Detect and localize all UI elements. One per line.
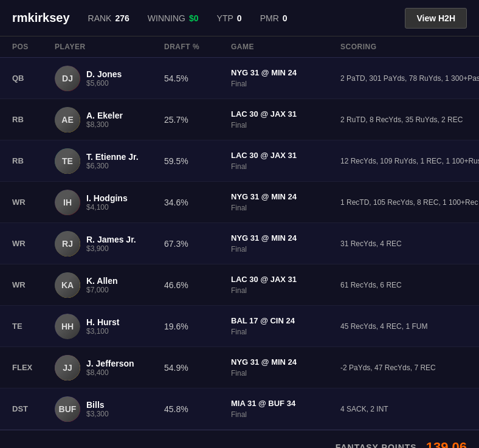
avatar: HH	[55, 314, 80, 339]
header-stats: RANK 276 WINNING $0 YTP 0 PMR 0	[88, 13, 405, 23]
table-row[interactable]: TE HH H. Hurst $3,100 19.6% BAL 17 @ CIN…	[0, 306, 479, 347]
avatar: KA	[55, 272, 80, 298]
table-row[interactable]: QB DJ D. Jones $5,600 54.5% NYG 31 @ MIN…	[0, 58, 479, 99]
player-info: A. Ekeler $8,300	[86, 111, 123, 129]
draft-pct: 25.7%	[164, 115, 231, 125]
username: rmkirksey	[12, 11, 70, 25]
game-score: NYG 31 @ MIN 24	[231, 232, 340, 244]
player-name: Bills	[86, 400, 109, 410]
draft-pct: 46.6%	[164, 280, 231, 290]
table-row[interactable]: RB AE A. Ekeler $8,300 25.7% LAC 30 @ JA…	[0, 99, 479, 140]
scoring: 2 RuTD, 8 RecYds, 35 RuYds, 2 REC	[340, 114, 479, 125]
player-info: H. Hurst $3,100	[86, 317, 119, 336]
player-info: I. Hodgins $4,100	[86, 193, 128, 212]
avatar: RJ	[55, 231, 80, 257]
game-status: Final	[231, 78, 340, 89]
col-scoring: SCORING	[340, 43, 479, 51]
col-player: PLAYER	[55, 43, 164, 51]
draft-pct: 45.8%	[164, 404, 231, 414]
avatar: BUF	[55, 396, 80, 422]
winning-value: $0	[189, 13, 199, 23]
game-score: NYG 31 @ MIN 24	[231, 67, 340, 79]
game-score: LAC 30 @ JAX 31	[231, 108, 340, 120]
footer-total: 139.06	[426, 439, 467, 448]
player-pos: TE	[12, 322, 55, 331]
player-pos: FLEX	[12, 363, 55, 372]
rank-value: 276	[115, 13, 129, 23]
player-name: H. Hurst	[86, 317, 119, 327]
table-row[interactable]: WR IH I. Hodgins $4,100 34.6% NYG 31 @ M…	[0, 182, 479, 223]
player-pos: RB	[12, 156, 55, 165]
col-game: GAME	[231, 43, 340, 51]
game-info: LAC 30 @ JAX 31 Final	[231, 108, 340, 131]
draft-pct: 54.5%	[164, 74, 231, 83]
player-pos: DST	[12, 404, 55, 413]
player-cell: HH H. Hurst $3,100	[55, 314, 164, 339]
game-info: NYG 31 @ MIN 24 Final	[231, 191, 340, 214]
player-info: K. Allen $7,000	[86, 276, 118, 294]
scoring: 12 RecYds, 109 RuYds, 1 REC, 1 100+Rush	[340, 156, 479, 167]
player-salary: $7,000	[86, 286, 118, 294]
scoring: 1 RecTD, 105 RecYds, 8 REC, 1 100+Rec	[340, 197, 479, 208]
ytp-label: YTP	[217, 13, 233, 23]
scoring: 4 SACK, 2 INT	[340, 404, 479, 415]
player-name: R. James Jr.	[86, 235, 136, 244]
player-salary: $3,900	[86, 244, 136, 253]
game-info: LAC 30 @ JAX 31 Final	[231, 274, 340, 297]
game-status: Final	[231, 326, 340, 337]
footer: FANTASY POINTS 139.06	[0, 430, 479, 448]
pmr-value: 0	[283, 13, 288, 23]
table-header: POS PLAYER DRAFT % GAME SCORING FPTS	[0, 36, 479, 58]
player-salary: $6,300	[86, 162, 139, 170]
game-status: Final	[231, 368, 340, 379]
player-pos: QB	[12, 74, 55, 83]
game-score: NYG 31 @ MIN 24	[231, 356, 340, 368]
player-name: J. Jefferson	[86, 359, 134, 368]
player-cell: KA K. Allen $7,000	[55, 272, 164, 298]
game-info: MIA 31 @ BUF 34 Final	[231, 398, 340, 421]
game-status: Final	[231, 409, 340, 420]
player-info: Bills $3,300	[86, 400, 109, 418]
table-row[interactable]: RB TE T. Etienne Jr. $6,300 59.5% LAC 30…	[0, 140, 479, 182]
pmr-label: PMR	[260, 13, 279, 23]
table-row[interactable]: WR RJ R. James Jr. $3,900 67.3% NYG 31 @…	[0, 223, 479, 264]
winning-label: WINNING	[148, 13, 185, 23]
player-info: R. James Jr. $3,900	[86, 235, 136, 253]
rank-label: RANK	[88, 13, 112, 23]
avatar: IH	[55, 190, 80, 215]
player-cell: JJ J. Jefferson $8,400	[55, 355, 164, 381]
view-h2h-button[interactable]: View H2H	[405, 8, 467, 29]
draft-pct: 59.5%	[164, 156, 231, 166]
scoring: -2 PaYds, 47 RecYds, 7 REC	[340, 362, 479, 373]
player-cell: RJ R. James Jr. $3,900	[55, 231, 164, 257]
draft-pct: 67.3%	[164, 239, 231, 249]
scoring: 31 RecYds, 4 REC	[340, 238, 479, 249]
player-salary: $8,400	[86, 368, 134, 377]
game-score: LAC 30 @ JAX 31	[231, 274, 340, 286]
game-info: LAC 30 @ JAX 31 Final	[231, 150, 340, 173]
player-info: D. Jones $5,600	[86, 69, 122, 88]
game-info: BAL 17 @ CIN 24 Final	[231, 315, 340, 338]
player-name: A. Ekeler	[86, 111, 123, 120]
draft-pct: 19.6%	[164, 322, 231, 331]
scoring: 45 RecYds, 4 REC, 1 FUM	[340, 321, 479, 332]
game-info: NYG 31 @ MIN 24 Final	[231, 67, 340, 90]
player-name: I. Hodgins	[86, 193, 128, 203]
player-cell: TE T. Etienne Jr. $6,300	[55, 148, 164, 174]
player-cell: IH I. Hodgins $4,100	[55, 190, 164, 215]
player-cell: AE A. Ekeler $8,300	[55, 107, 164, 133]
player-info: J. Jefferson $8,400	[86, 359, 134, 377]
player-salary: $3,300	[86, 410, 109, 418]
ytp-value: 0	[237, 13, 242, 23]
player-salary: $4,100	[86, 203, 128, 212]
game-status: Final	[231, 161, 340, 172]
game-status: Final	[231, 202, 340, 213]
table-row[interactable]: WR KA K. Allen $7,000 46.6% LAC 30 @ JAX…	[0, 264, 479, 306]
avatar: JJ	[55, 355, 80, 381]
col-pos: POS	[12, 43, 55, 51]
scoring: 2 PaTD, 301 PaYds, 78 RuYds, 1 300+Pass	[340, 73, 479, 84]
table-row[interactable]: DST BUF Bills $3,300 45.8% MIA 31 @ BUF …	[0, 388, 479, 430]
draft-pct: 54.9%	[164, 363, 231, 373]
header: rmkirksey RANK 276 WINNING $0 YTP 0 PMR …	[0, 0, 479, 36]
table-row[interactable]: FLEX JJ J. Jefferson $8,400 54.9% NYG 31…	[0, 347, 479, 388]
